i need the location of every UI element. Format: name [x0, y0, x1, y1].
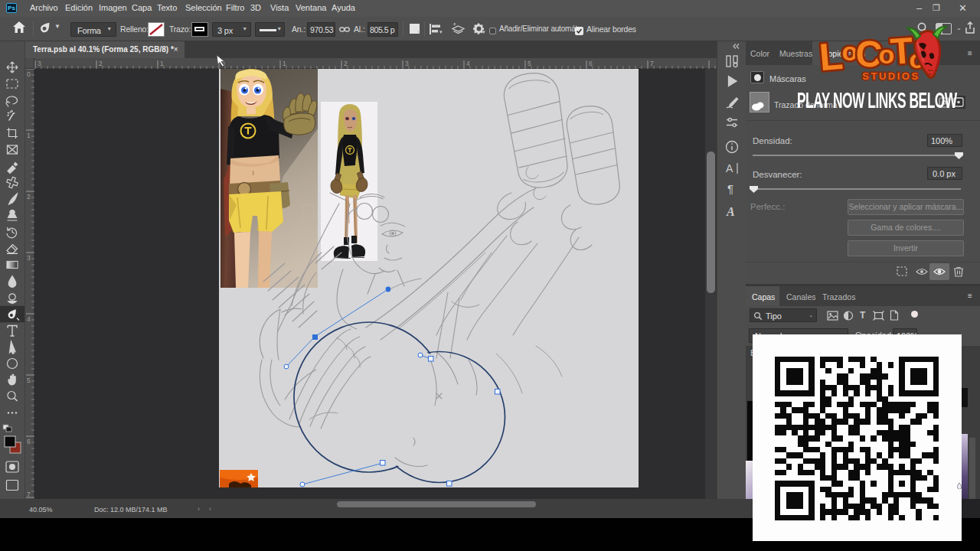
svg-text:1: 1 [283, 60, 286, 67]
svg-text:0: 0 [27, 70, 31, 78]
svg-text:6: 6 [27, 438, 31, 445]
svg-text:3: 3 [38, 60, 41, 67]
svg-text:STUDIOS: STUDIOS [862, 70, 920, 82]
svg-text:2: 2 [99, 60, 103, 67]
svg-text:2: 2 [27, 193, 31, 201]
svg-text:5: 5 [27, 377, 31, 384]
svg-text:6: 6 [589, 60, 593, 67]
svg-text:3: 3 [405, 60, 409, 67]
svg-text:A: A [726, 205, 735, 218]
svg-text:L: L [818, 34, 844, 79]
svg-text:5: 5 [528, 60, 531, 67]
svg-text:4: 4 [466, 60, 470, 67]
svg-text:7: 7 [650, 60, 654, 67]
svg-text:3: 3 [27, 254, 31, 262]
svg-text:A: A [726, 162, 733, 174]
svg-text:¶: ¶ [727, 182, 733, 195]
svg-text:7: 7 [27, 491, 31, 498]
svg-text:2: 2 [344, 60, 348, 67]
svg-text:1: 1 [160, 60, 164, 67]
svg-text:4: 4 [27, 315, 31, 323]
svg-text:1: 1 [27, 132, 31, 139]
